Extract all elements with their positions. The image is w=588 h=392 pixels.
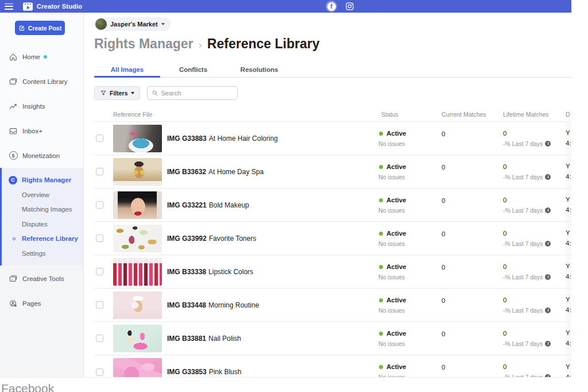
sidebar-nav: Home Content Library Insights Inbox+ bbox=[0, 44, 83, 168]
table-row[interactable]: IMG G33883 At Home Hair Coloring Active … bbox=[94, 122, 571, 155]
date-cell: Y 4: bbox=[566, 189, 571, 221]
sidebar-item-inbox[interactable]: Inbox+ bbox=[0, 118, 83, 143]
reference-name: IMG G33221 Bold Makeup bbox=[162, 189, 378, 221]
row-checkbox[interactable] bbox=[96, 134, 103, 142]
status-dot-icon bbox=[379, 265, 383, 269]
info-icon[interactable] bbox=[545, 274, 551, 280]
tab-all-images[interactable]: All Images bbox=[94, 62, 160, 77]
table-row[interactable]: IMG G33221 Bold Makeup Active No issues … bbox=[94, 189, 571, 222]
status-dot-icon bbox=[379, 198, 383, 202]
status-cell: Active No issues bbox=[378, 189, 442, 221]
insights-icon bbox=[9, 102, 18, 111]
lifetime-matches-cell: 0 -% Last 7 days bbox=[503, 322, 566, 355]
lifetime-matches-cell: 0 -% Last 7 days bbox=[503, 255, 566, 288]
creator-studio-logo-icon[interactable] bbox=[23, 2, 33, 11]
filters-button[interactable]: Filters bbox=[94, 86, 140, 100]
lifetime-matches-cell: 0 -% Last 7 days bbox=[503, 355, 566, 378]
content-library-icon bbox=[9, 77, 18, 86]
facebook-icon[interactable]: f bbox=[326, 1, 337, 12]
status-cell: Active No issues bbox=[378, 289, 442, 321]
topbar: Creator Studio f bbox=[0, 0, 571, 13]
reference-thumbnail bbox=[113, 325, 162, 352]
date-cell: Y 4: bbox=[566, 122, 571, 155]
sidebar-item-reference-library[interactable]: Reference Library bbox=[2, 232, 83, 247]
sidebar-item-content-library[interactable]: Content Library bbox=[0, 69, 83, 94]
current-matches-cell: 0 bbox=[442, 355, 503, 378]
reference-thumbnail bbox=[113, 125, 162, 152]
status-cell: Active No issues bbox=[378, 155, 442, 188]
screenshot-caption: Facebook bbox=[1, 382, 54, 392]
tab-resolutions[interactable]: Resolutions bbox=[226, 62, 292, 77]
info-icon[interactable] bbox=[545, 241, 551, 247]
page-selector[interactable]: Jasper's Market bbox=[94, 17, 171, 31]
info-icon[interactable] bbox=[545, 308, 551, 313]
chevron-down-icon bbox=[161, 23, 165, 25]
reference-thumbnail bbox=[113, 158, 162, 186]
sidebar-item-settings[interactable]: Settings bbox=[2, 246, 83, 261]
reference-name: IMG G33883 At Home Hair Coloring bbox=[162, 122, 378, 155]
sidebar-item-overview[interactable]: Overview bbox=[2, 187, 83, 202]
search-input[interactable] bbox=[161, 90, 233, 97]
row-checkbox[interactable] bbox=[96, 368, 103, 376]
current-matches-cell: 0 bbox=[442, 255, 503, 288]
sidebar-item-home[interactable]: Home bbox=[0, 44, 83, 69]
table-row[interactable]: IMG G33992 Favorite Toners Active No iss… bbox=[94, 222, 571, 255]
filter-funnel-icon bbox=[100, 90, 107, 97]
info-icon[interactable] bbox=[545, 207, 551, 213]
breadcrumb-parent[interactable]: Rights Manager bbox=[94, 36, 194, 52]
row-checkbox[interactable] bbox=[96, 168, 103, 175]
table-row[interactable]: IMG B33881 Nail Polish Active No issues … bbox=[94, 322, 571, 355]
date-cell: Y 4: bbox=[566, 222, 571, 255]
date-cell: Y 4: bbox=[566, 155, 571, 188]
sidebar-item-pages[interactable]: Pages bbox=[0, 291, 83, 316]
menu-icon[interactable] bbox=[5, 3, 13, 10]
column-lifetime-matches: Lifetime Matches bbox=[503, 111, 566, 118]
status-dot-icon bbox=[379, 232, 383, 236]
info-icon[interactable] bbox=[545, 174, 551, 180]
status-cell: Active No issues bbox=[378, 322, 442, 355]
tab-conflicts[interactable]: Conflicts bbox=[160, 62, 226, 77]
reference-thumbnail bbox=[113, 258, 162, 286]
create-post-button[interactable]: Create Post bbox=[15, 21, 65, 35]
inbox-icon bbox=[9, 126, 18, 136]
date-cell: Y 4: bbox=[566, 322, 571, 355]
info-icon[interactable] bbox=[545, 141, 551, 147]
status-dot-icon bbox=[379, 332, 383, 336]
status-cell: Active No issues bbox=[378, 222, 442, 255]
page-title: Reference Library bbox=[207, 36, 320, 52]
column-reference-file: Reference File bbox=[113, 111, 378, 118]
row-checkbox[interactable] bbox=[96, 235, 103, 242]
column-status: Status bbox=[378, 111, 442, 118]
row-checkbox[interactable] bbox=[96, 335, 103, 342]
sidebar-item-disputes[interactable]: Disputes bbox=[2, 217, 83, 232]
sidebar-item-matching-images[interactable]: Matching Images bbox=[2, 202, 83, 217]
breadcrumb-chevron-icon: › bbox=[199, 39, 202, 51]
info-icon[interactable] bbox=[545, 341, 551, 347]
row-checkbox[interactable] bbox=[96, 201, 103, 209]
app-title: Creator Studio bbox=[37, 3, 82, 10]
table-header: Reference File Status Current Matches Li… bbox=[94, 107, 571, 122]
search-box bbox=[147, 86, 238, 100]
toolbar: Filters bbox=[94, 86, 571, 100]
search-icon bbox=[152, 90, 158, 97]
reference-name: IMG G33853 Pink Blush bbox=[162, 355, 378, 378]
lifetime-matches-cell: 0 -% Last 7 days bbox=[503, 155, 566, 188]
info-icon[interactable] bbox=[545, 374, 551, 378]
instagram-icon[interactable] bbox=[346, 2, 354, 10]
row-checkbox[interactable] bbox=[96, 268, 103, 275]
current-matches-cell: 0 bbox=[442, 155, 503, 188]
home-status-dot bbox=[44, 55, 47, 59]
sidebar-item-insights[interactable]: Insights bbox=[0, 94, 83, 118]
row-checkbox[interactable] bbox=[96, 301, 103, 309]
table-row[interactable]: IMG G33853 Pink Blush Active No issues 0… bbox=[94, 355, 571, 378]
table-row[interactable]: IMG B33632 At Home Day Spa Active No iss… bbox=[94, 155, 571, 189]
breadcrumb: Rights Manager › Reference Library bbox=[94, 36, 571, 52]
pages-icon bbox=[9, 299, 18, 308]
table-row[interactable]: IMG B33338 Lipstick Colors Active No iss… bbox=[94, 255, 571, 289]
sidebar-item-monetization[interactable]: $ Monetization bbox=[0, 143, 83, 168]
sidebar-item-creative-tools[interactable]: Creative Tools bbox=[0, 267, 83, 291]
sidebar-item-rights-manager[interactable]: C Rights Manager bbox=[2, 172, 83, 187]
reference-name: IMG B33338 Lipstick Colors bbox=[162, 255, 378, 288]
table-row[interactable]: IMG B33448 Morning Routine Active No iss… bbox=[94, 289, 571, 322]
status-cell: Active No issues bbox=[378, 255, 442, 288]
